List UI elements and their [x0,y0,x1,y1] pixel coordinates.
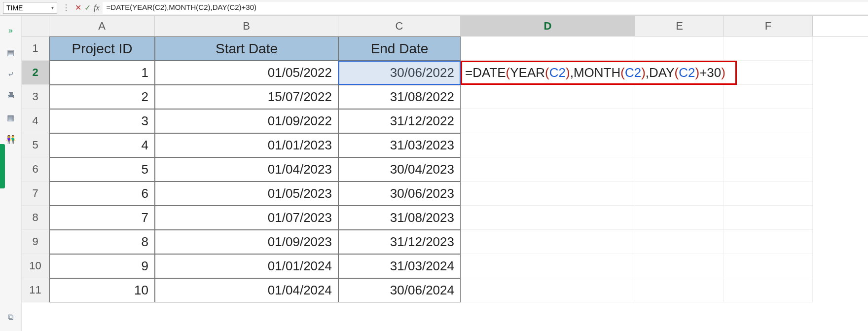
cell-E10[interactable] [635,254,724,278]
navigator-icon[interactable]: ▦ [6,112,16,122]
fx-icon[interactable]: fx [94,3,100,12]
row-header-11[interactable]: 11 [22,278,49,302]
paren-open: ( [506,65,510,80]
cell-F9[interactable] [724,230,813,254]
cell-F10[interactable] [724,254,813,278]
col-header-C[interactable]: C [338,16,461,36]
cell-E4[interactable] [635,109,724,133]
cell-A6[interactable]: 5 [49,157,155,182]
row-header-6[interactable]: 6 [22,157,49,182]
select-all-corner[interactable] [22,16,49,36]
cell-F4[interactable] [724,109,813,133]
cell-D5[interactable] [461,133,635,157]
cell-C6[interactable]: 30/04/2023 [338,157,461,182]
cell-D7[interactable] [461,182,635,206]
cell-B11[interactable]: 01/04/2024 [155,278,338,302]
cell-C8[interactable]: 31/08/2023 [338,206,461,230]
row-header-5[interactable]: 5 [22,133,49,157]
enter-icon[interactable]: ✓ [84,3,91,12]
cell-A8[interactable]: 7 [49,206,155,230]
row-header-2[interactable]: 2 [22,61,49,85]
cell-D8[interactable] [461,206,635,230]
cell-E8[interactable] [635,206,724,230]
row-header-7[interactable]: 7 [22,182,49,206]
col-header-D[interactable]: D [461,16,635,36]
cell-D9[interactable] [461,230,635,254]
col-header-B[interactable]: B [155,16,338,36]
cell-B6[interactable]: 01/04/2023 [155,157,338,182]
row-header-10[interactable]: 10 [22,254,49,278]
cell-C10[interactable]: 31/03/2024 [338,254,461,278]
properties-icon[interactable]: ▤ [6,47,16,57]
cell-D2-editing-formula[interactable]: =DATE(YEAR(C2),MONTH(C2),DAY(C2)+30) [461,61,737,85]
cell-A7[interactable]: 6 [49,182,155,206]
cell-C7[interactable]: 30/06/2023 [338,182,461,206]
cell-D6[interactable] [461,157,635,182]
cell-B2[interactable]: 01/05/2022 [155,61,338,85]
cell-A10[interactable]: 9 [49,254,155,278]
header-project-id[interactable]: Project ID [49,37,155,61]
row-header-8[interactable]: 8 [22,206,49,230]
more-icon[interactable]: ⋮ [60,3,72,12]
cell-D4[interactable] [461,109,635,133]
cell-B5[interactable]: 01/01/2023 [155,133,338,157]
cell-C4[interactable]: 31/12/2022 [338,109,461,133]
chevron-down-icon[interactable]: ▾ [51,5,54,10]
cell-A9[interactable]: 8 [49,230,155,254]
cell-A4[interactable]: 3 [49,109,155,133]
cell-C9[interactable]: 31/12/2023 [338,230,461,254]
cell-A5[interactable]: 4 [49,133,155,157]
cell-A11[interactable]: 10 [49,278,155,302]
cell-C11[interactable]: 30/06/2024 [338,278,461,302]
cell-D3[interactable] [461,85,635,109]
header-start-date[interactable]: Start Date [155,37,338,61]
row-header-9[interactable]: 9 [22,230,49,254]
cell-F11[interactable] [724,278,813,302]
gallery-icon[interactable]: 🖶 [6,91,16,101]
cell-E9[interactable] [635,230,724,254]
cell-D11[interactable] [461,278,635,302]
row-header-3[interactable]: 3 [22,85,49,109]
cell-A3[interactable]: 2 [49,85,155,109]
cell-E7[interactable] [635,182,724,206]
col-header-A[interactable]: A [49,16,155,36]
cell-C2[interactable]: 30/06/2022 [338,61,461,85]
cell-A2[interactable]: 1 [49,61,155,85]
formula-input[interactable]: =DATE(YEAR(C2),MONTH(C2),DAY(C2)+30) [103,2,868,14]
cell-E6[interactable] [635,157,724,182]
cell-F5[interactable] [724,133,813,157]
row-header-4[interactable]: 4 [22,109,49,133]
cell-B4[interactable]: 01/09/2022 [155,109,338,133]
cell-E5[interactable] [635,133,724,157]
cell-F3[interactable] [724,85,813,109]
cell-D10[interactable] [461,254,635,278]
cell-F1[interactable] [724,37,813,61]
cell-D1[interactable] [461,37,635,61]
spreadsheet-grid[interactable]: A B C D E F 1 Project ID Start Date End … [22,16,868,331]
header-end-date[interactable]: End Date [338,37,461,61]
cell-F2[interactable] [724,61,813,85]
functions-icon[interactable]: 👫 [6,134,16,144]
cell-F7[interactable] [724,182,813,206]
panel-expand-handle[interactable] [0,144,5,188]
cell-B7[interactable]: 01/05/2023 [155,182,338,206]
cell-B3[interactable]: 15/07/2022 [155,85,338,109]
cancel-icon[interactable]: ✕ [75,3,81,12]
row-header-1[interactable]: 1 [22,37,49,61]
name-box[interactable]: TIME ▾ [3,2,57,14]
cell-F8[interactable] [724,206,813,230]
styles-icon[interactable]: ⤶ [6,69,16,79]
cell-C3[interactable]: 31/08/2022 [338,85,461,109]
col-header-E[interactable]: E [635,16,724,36]
open-panel-icon[interactable]: ⧉ [6,312,16,322]
cell-E3[interactable] [635,85,724,109]
cell-F6[interactable] [724,157,813,182]
cell-E1[interactable] [635,37,724,61]
cell-E11[interactable] [635,278,724,302]
expand-arrows-icon[interactable]: » [6,26,16,36]
cell-B9[interactable]: 01/09/2023 [155,230,338,254]
cell-B8[interactable]: 01/07/2023 [155,206,338,230]
col-header-F[interactable]: F [724,16,813,36]
cell-C5[interactable]: 31/03/2023 [338,133,461,157]
cell-B10[interactable]: 01/01/2024 [155,254,338,278]
